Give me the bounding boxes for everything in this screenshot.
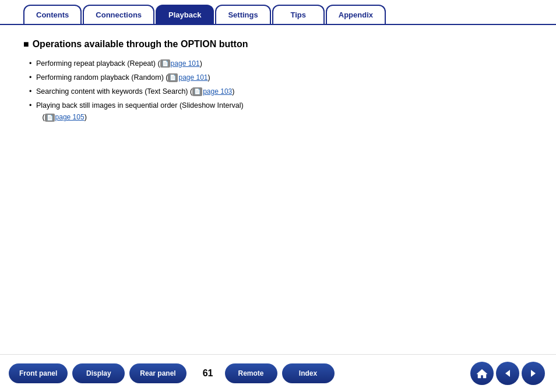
svg-marker-0 <box>477 369 487 378</box>
tab-settings[interactable]: Settings <box>215 5 270 24</box>
index-button[interactable]: Index <box>282 363 335 383</box>
page-link-103[interactable]: page 103 <box>203 87 232 96</box>
list-item: Performing repeat playback (Repeat) (📄pa… <box>29 58 533 69</box>
front-panel-button[interactable]: Front panel <box>9 363 68 383</box>
back-arrow-icon <box>503 369 512 378</box>
page-ref-icon: 📄 <box>45 114 55 122</box>
main-content: Operations available through the OPTION … <box>0 25 556 137</box>
forward-button[interactable] <box>522 362 545 385</box>
svg-marker-2 <box>531 370 536 377</box>
list-item: Performing random playback (Random) (📄pa… <box>29 72 533 83</box>
list-item: Playing back still images in sequential … <box>29 100 533 123</box>
page-ref-icon: 📄 <box>192 87 202 96</box>
home-button[interactable] <box>470 362 494 385</box>
tab-appendix[interactable]: Appendix <box>326 5 386 24</box>
svg-marker-1 <box>505 370 510 377</box>
list-item: Searching content with keywords (Text Se… <box>29 86 533 97</box>
bullet-list: Performing repeat playback (Repeat) (📄pa… <box>23 58 533 123</box>
tab-connections[interactable]: Connections <box>83 5 154 24</box>
bullet-text-3: Searching content with keywords (Text Se… <box>36 87 234 96</box>
section-title: Operations available through the OPTION … <box>23 37 533 52</box>
rear-panel-button[interactable]: Rear panel <box>129 363 186 383</box>
page-ref-icon: 📄 <box>160 59 170 68</box>
bottom-nav: Front panel Display Rear panel 61 Remote… <box>0 354 556 392</box>
section-title-text: Operations available through the OPTION … <box>33 37 248 52</box>
page-ref-icon: 📄 <box>168 73 178 82</box>
tabs-container: Contents Connections Playback Settings T… <box>0 0 556 25</box>
tab-playback[interactable]: Playback <box>156 5 214 24</box>
forward-arrow-icon <box>529 369 538 378</box>
display-button[interactable]: Display <box>72 363 125 383</box>
page-number: 61 <box>203 368 213 379</box>
home-icon <box>476 368 488 379</box>
bullet-text-2: Performing random playback (Random) (📄pa… <box>36 73 210 82</box>
back-button[interactable] <box>496 362 519 385</box>
remote-button[interactable]: Remote <box>225 363 277 383</box>
tab-tips[interactable]: Tips <box>272 5 325 24</box>
page-link-101-1[interactable]: page 101 <box>171 59 200 68</box>
bullet-text-1: Performing repeat playback (Repeat) (📄pa… <box>36 59 202 68</box>
bullet-text-4: Playing back still images in sequential … <box>36 101 244 121</box>
tab-contents[interactable]: Contents <box>23 5 82 24</box>
page-link-101-2[interactable]: page 101 <box>178 73 207 82</box>
page-link-105[interactable]: page 105 <box>55 113 85 121</box>
